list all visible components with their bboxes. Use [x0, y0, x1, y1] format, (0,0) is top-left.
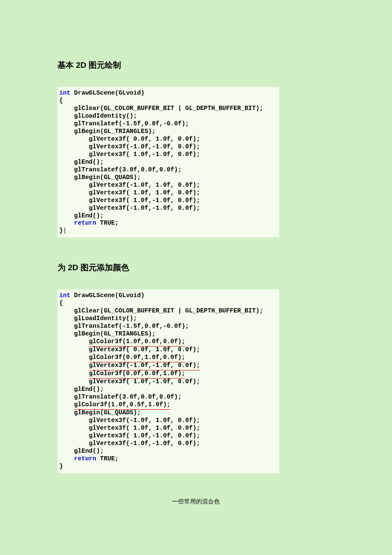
code-text: glVertex3f(-1.0f,-1.0f, 0.0f);	[59, 143, 200, 150]
code-text: glVertex3f( 0.0f, 1.0f, 0.0f);	[59, 136, 200, 142]
caption-text: 一些常用的混合色	[58, 498, 334, 506]
page: 基本 2D 图元绘制 int DrawGLScene(GLvoid) { glC…	[0, 0, 392, 531]
keyword-return: return	[74, 455, 96, 462]
keyword-return: return	[74, 220, 96, 226]
code-text: glClear(GL_COLOR_BUFFER_BIT | GL_DEPTH_B…	[59, 105, 263, 112]
code-text: glVertex3f( 1.0f,-1.0f, 0.0f);	[59, 151, 200, 158]
code-text	[59, 370, 89, 377]
code-text: DrawGLScene(GLvoid)	[70, 292, 144, 299]
code-block-2: int DrawGLScene(GLvoid) { glClear(GL_COL…	[58, 289, 279, 473]
code-text: glEnd();	[59, 212, 104, 219]
code-text: glVertex3f(-1.0f, 1.0f, 0.0f);	[59, 417, 200, 424]
underlined-code: glVertex3f(-1.0f,-1.0f, 0.0f);	[89, 362, 200, 370]
section-heading-1: 基本 2D 图元绘制	[58, 60, 334, 71]
code-text	[59, 362, 89, 369]
code-text: glVertex3f( 0.0f, 1.0f, 0.0f);	[59, 346, 200, 353]
code-text: glLoadIdentity();	[59, 315, 137, 322]
code-text: glEnd();	[59, 448, 104, 454]
keyword-int: int	[59, 90, 70, 96]
code-text: glClear(GL_COLOR_BUFFER_BIT | GL_DEPTH_B…	[59, 307, 263, 314]
underlined-code: glColor3f(1.0f,0.0f,0.0f);	[89, 338, 185, 347]
code-text	[59, 401, 74, 408]
code-text: glVertex3f(-1.0f, 1.0f, 0.0f);	[59, 182, 200, 188]
code-text: glLoadIdentity();	[59, 113, 137, 119]
code-text: glBegin(GL_QUADS);	[59, 409, 141, 416]
code-text: TRUE;	[96, 220, 118, 226]
code-text: glEnd();	[59, 159, 104, 165]
code-text: glBegin(GL_TRIANGLES);	[59, 330, 156, 337]
code-block-1: int DrawGLScene(GLvoid) { glClear(GL_COL…	[58, 87, 279, 237]
code-text: glVertex3f( 1.0f,-1.0f, 0.0f);	[59, 378, 200, 385]
code-text: glVertex3f( 1.0f,-1.0f, 0.0f);	[59, 197, 200, 204]
code-text	[59, 220, 74, 226]
code-text: glTranslatef(3.0f,0.0f,0.0f);	[59, 393, 182, 400]
code-text: TRUE;	[96, 455, 118, 462]
code-text: {	[59, 300, 63, 306]
code-text: glVertex3f( 1.0f,-1.0f, 0.0f);	[59, 432, 200, 439]
code-text	[59, 338, 89, 345]
code-text: glVertex3f(-1.0f,-1.0f, 0.0f);	[59, 440, 200, 447]
underlined-code: glColor3f(0.0f,0.0f,1.0f);	[89, 370, 185, 379]
code-text: glBegin(GL_QUADS);	[59, 174, 141, 181]
code-text: glTranslatef(-1.5f,0.0f,-6.0f);	[59, 120, 189, 127]
code-text: glVertex3f( 1.0f, 1.0f, 0.0f);	[59, 425, 200, 431]
code-text	[59, 455, 74, 462]
code-text: glVertex3f(-1.0f,-1.0f, 0.0f);	[59, 205, 200, 211]
code-text: glBegin(GL_TRIANGLES);	[59, 128, 156, 135]
code-text: glEnd();	[59, 386, 104, 393]
section-heading-2: 为 2D 图元添加颜色	[58, 262, 334, 273]
keyword-int: int	[59, 292, 70, 299]
code-text	[59, 354, 89, 361]
code-text: glTranslatef(3.0f,0.0f,0.0f);	[59, 166, 182, 173]
code-text: }	[59, 463, 63, 470]
code-text: glVertex3f( 1.0f, 1.0f, 0.0f);	[59, 189, 200, 196]
code-text: }	[59, 227, 66, 234]
underlined-code: glColor3f(1.0f,0.5f,1.0f);	[74, 401, 170, 410]
code-text: glTranslatef(-1.5f,0.0f,-6.0f);	[59, 323, 189, 330]
code-text: DrawGLScene(GLvoid)	[70, 90, 144, 96]
underlined-code: glColor3f(0.0f,1.0f,0.0f);	[89, 354, 185, 362]
code-text: {	[59, 97, 63, 104]
